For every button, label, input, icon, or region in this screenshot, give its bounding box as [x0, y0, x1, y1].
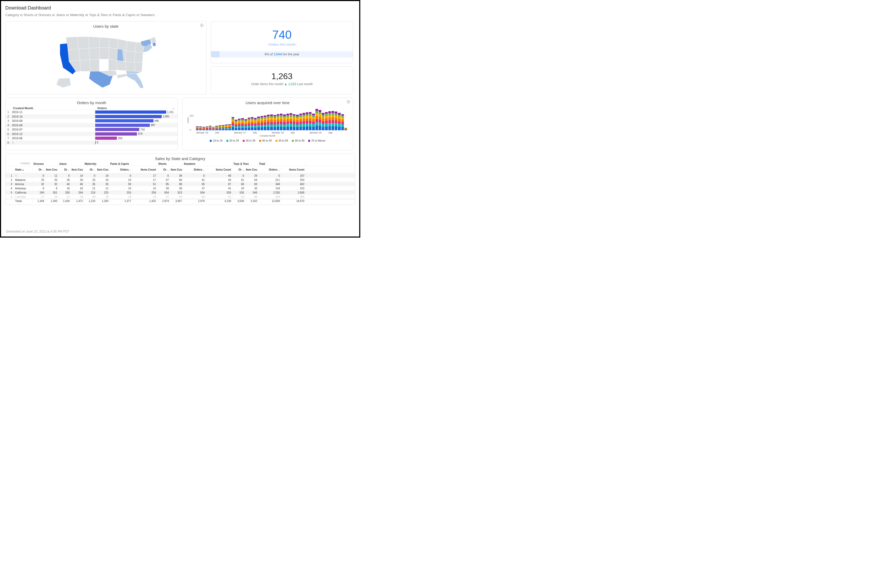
uat-column[interactable]: [199, 126, 202, 130]
uat-column[interactable]: [267, 115, 270, 130]
uat-column[interactable]: [257, 117, 260, 130]
sales-col-header[interactable]: Items Count: [206, 168, 232, 171]
obm-row[interactable]: 72019-06353: [6, 136, 177, 141]
sales-col-header[interactable]: Orders⌄: [258, 168, 281, 171]
uat-column[interactable]: [322, 113, 324, 130]
sales-col-header[interactable]: Orders⌄: [109, 168, 132, 171]
uat-column[interactable]: [332, 111, 334, 130]
uat-column[interactable]: [228, 124, 231, 130]
obm-row[interactable]: 12019-111,151: [6, 110, 177, 114]
sales-col-header[interactable]: Orders⌄: [183, 168, 206, 171]
sales-col-header[interactable]: Item Cou: [245, 168, 258, 171]
sales-col-header[interactable]: Or⌄: [232, 168, 245, 171]
legend-item[interactable]: 60 to 69: [292, 139, 304, 142]
uat-column[interactable]: [344, 128, 347, 130]
uat-column[interactable]: [245, 119, 247, 130]
uat-column[interactable]: [212, 127, 215, 130]
sales-catgroup[interactable]: Sweaters: [183, 162, 232, 166]
uat-column[interactable]: [241, 118, 244, 130]
sales-catgroup[interactable]: Total: [258, 162, 305, 166]
obm-row[interactable]: 32019-09946: [6, 118, 177, 123]
uat-column[interactable]: [264, 116, 266, 130]
uat-column[interactable]: [215, 126, 218, 130]
table-row[interactable]: 3Arizona32324040353550518588858768693484…: [6, 182, 355, 186]
sales-catgroup[interactable]: Jeans: [58, 162, 84, 166]
uat-bars[interactable]: [196, 106, 347, 130]
obm-row[interactable]: 80: [6, 141, 177, 145]
uat-column[interactable]: [287, 114, 289, 130]
table-row[interactable]: 6Colorado2728272828281919676960616266244…: [6, 195, 355, 199]
sales-catgroup[interactable]: Pants & Capris: [109, 162, 157, 166]
uat-column[interactable]: [312, 114, 315, 130]
uat-column[interactable]: [270, 114, 273, 130]
obm-bar: [95, 136, 117, 140]
uat-column[interactable]: [283, 114, 285, 130]
uat-column[interactable]: [238, 118, 240, 130]
sales-col-header[interactable]: Item Cou: [170, 168, 183, 171]
uat-column[interactable]: [231, 117, 234, 130]
sales-col-state[interactable]: State▴: [14, 168, 32, 171]
uat-column[interactable]: [222, 125, 224, 130]
legend-item[interactable]: 30 to 39: [243, 139, 255, 142]
uat-column[interactable]: [251, 117, 254, 130]
sales-col-header[interactable]: Or⌄: [32, 168, 45, 171]
uat-column[interactable]: [325, 112, 327, 130]
uat-column[interactable]: [202, 127, 205, 130]
legend-item[interactable]: 50 to 59: [275, 139, 288, 142]
obm-col-created-month[interactable]: Created Month: [11, 106, 96, 110]
uat-column[interactable]: [219, 125, 221, 130]
uat-column[interactable]: [306, 112, 308, 130]
uat-column[interactable]: [296, 115, 299, 130]
legend-item[interactable]: 70 or Above: [308, 139, 325, 142]
table-row[interactable]: 10110140180170380400290167: [6, 174, 355, 178]
obm-col-orders[interactable]: Orders ⌄: [96, 106, 176, 110]
sales-catgroup[interactable]: Tops & Tees: [232, 162, 258, 166]
sales-catgroup[interactable]: Dresses: [32, 162, 58, 166]
uat-column[interactable]: [293, 114, 296, 130]
uat-column[interactable]: [209, 126, 212, 130]
uat-column[interactable]: [328, 111, 331, 130]
obm-row[interactable]: 52019-07716: [6, 128, 177, 132]
uat-column[interactable]: [302, 113, 305, 130]
uat-column[interactable]: [338, 113, 341, 130]
uat-column[interactable]: [273, 115, 276, 130]
sales-catgroup[interactable]: Shorts: [157, 162, 183, 166]
sales-col-header[interactable]: Items Count: [132, 168, 157, 171]
us-map[interactable]: [35, 30, 177, 91]
legend-item[interactable]: 40 to 49: [259, 139, 272, 142]
sales-col-header[interactable]: Items Count: [281, 168, 305, 171]
sales-col-header[interactable]: Or⌄: [58, 168, 71, 171]
chevron-down-icon: ⌄: [68, 169, 70, 171]
uat-column[interactable]: [261, 116, 263, 130]
uat-column[interactable]: [315, 109, 318, 130]
uat-column[interactable]: [235, 120, 237, 130]
uat-column[interactable]: [206, 126, 208, 130]
uat-column[interactable]: [309, 112, 311, 130]
uat-column[interactable]: [341, 114, 344, 130]
uat-column[interactable]: [277, 114, 279, 130]
obm-row[interactable]: 42019-08887: [6, 123, 177, 128]
sales-col-header[interactable]: Or⌄: [84, 168, 96, 171]
uat-column[interactable]: [290, 113, 292, 130]
uat-column[interactable]: [335, 111, 337, 130]
uat-ytick-0: 0: [190, 129, 191, 131]
uat-column[interactable]: [196, 126, 198, 130]
sales-col-header[interactable]: Item Cou: [96, 168, 109, 171]
uat-column[interactable]: [254, 118, 257, 130]
table-row[interactable]: 2Alabama25252020232416175760414361642112…: [6, 178, 355, 182]
uat-column[interactable]: [225, 124, 228, 130]
table-row[interactable]: 5California24926126026421822525325950452…: [6, 190, 355, 195]
legend-item[interactable]: 10 to 19: [210, 139, 222, 142]
sales-col-header[interactable]: Item Cou: [71, 168, 84, 171]
obm-row[interactable]: 22019-101,081: [6, 114, 177, 119]
table-row[interactable]: 4Arkansas9916161111151528283741333313415…: [6, 186, 355, 190]
uat-column[interactable]: [248, 118, 250, 130]
legend-item[interactable]: 20 to 29: [226, 139, 239, 142]
uat-column[interactable]: [280, 114, 282, 130]
sales-col-header[interactable]: Item Cou: [45, 168, 58, 171]
obm-row[interactable]: 62019-12679: [6, 132, 177, 136]
sales-col-header[interactable]: Or⌄: [157, 168, 170, 171]
uat-column[interactable]: [318, 110, 321, 130]
uat-column[interactable]: [299, 114, 302, 130]
sales-catgroup[interactable]: Maternity: [84, 162, 109, 166]
